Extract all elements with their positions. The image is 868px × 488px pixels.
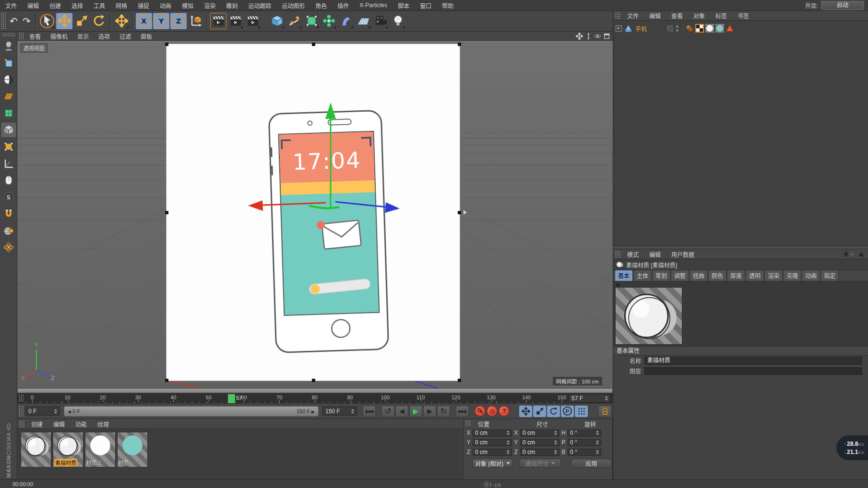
timeline-scrollbar[interactable]: [17, 388, 613, 393]
attribute-tab[interactable]: 基本: [615, 270, 633, 281]
menubar-item[interactable]: 选择: [66, 1, 88, 10]
key-scale-button[interactable]: [533, 406, 546, 417]
object-manager-menu-item[interactable]: 对象: [688, 12, 710, 20]
panel-splitter[interactable]: [613, 245, 868, 249]
attribute-tab[interactable]: 渲染: [764, 270, 783, 281]
object-manager-menu-item[interactable]: 书签: [732, 12, 754, 20]
keyframe-options-button[interactable]: ?: [499, 406, 510, 417]
light-button[interactable]: [390, 13, 406, 29]
play-backwards-button[interactable]: ↺: [381, 406, 394, 417]
render-settings-button[interactable]: [245, 13, 261, 29]
size-y-field[interactable]: 0 cm: [520, 439, 559, 446]
material-menu-item[interactable]: 编辑: [48, 420, 70, 428]
object-name[interactable]: 手机: [635, 24, 647, 33]
subdivision-surface-button[interactable]: [303, 13, 320, 29]
position-y-field[interactable]: 0 cm: [473, 439, 512, 446]
layer-toggle-icon[interactable]: [667, 25, 673, 32]
object-manager-menu-item[interactable]: 文件: [622, 12, 644, 20]
uvw-tag-icon[interactable]: [695, 24, 704, 33]
menubar-item[interactable]: 捕捉: [132, 1, 155, 10]
attribute-menu-item[interactable]: 编辑: [644, 250, 666, 258]
attribute-tab[interactable]: 克隆: [783, 270, 801, 281]
attribute-tab[interactable]: 扭曲: [690, 270, 708, 281]
coordinate-system-button[interactable]: [188, 13, 204, 29]
add-primitive-button[interactable]: [269, 13, 285, 29]
undo-button[interactable]: ↶: [10, 15, 18, 27]
viewport-menu-item[interactable]: 摄像机: [46, 32, 72, 40]
material-tag-teal-icon[interactable]: [715, 24, 724, 33]
material-name[interactable]: 素描材质: [54, 459, 77, 466]
workplane-mode-button[interactable]: [1, 89, 16, 104]
object-mode-button[interactable]: [1, 123, 16, 137]
name-input[interactable]: 素描材质: [644, 357, 862, 365]
pan-view-icon[interactable]: [576, 33, 583, 40]
layer-input[interactable]: [644, 367, 862, 375]
interface-dropdown[interactable]: 启动: [821, 1, 864, 10]
range-start-field[interactable]: 0 F: [25, 407, 60, 416]
material-preview[interactable]: [615, 287, 682, 345]
selection-handle[interactable]: [165, 379, 168, 382]
axis-modification-button[interactable]: [1, 240, 16, 255]
phong-tag-icon[interactable]: [725, 24, 734, 33]
model-mode-button[interactable]: [1, 39, 16, 53]
selection-handle[interactable]: [165, 43, 168, 46]
size-mode-dropdown[interactable]: 绝对尺寸: [520, 459, 560, 468]
menubar-item[interactable]: 运动跟踪: [243, 1, 276, 10]
autokey-button[interactable]: ◎: [487, 406, 498, 417]
position-z-field[interactable]: 0 cm: [473, 449, 512, 456]
transport-grip[interactable]: [19, 406, 24, 417]
maximize-view-icon[interactable]: [603, 33, 610, 40]
material-menu-item[interactable]: 功能: [70, 420, 92, 428]
menubar-item[interactable]: 文件: [0, 1, 22, 10]
rotate-tool-button[interactable]: [91, 13, 107, 29]
menubar-item[interactable]: 编辑: [22, 1, 44, 10]
sketch-style-tag-icon[interactable]: [685, 24, 694, 33]
viewport-menu-item[interactable]: 面板: [136, 32, 157, 40]
viewport-menu-item[interactable]: 过滤: [115, 32, 136, 40]
material-menu-item[interactable]: 创建: [26, 420, 48, 428]
range-end-spinner[interactable]: [351, 409, 354, 414]
perspective-viewport[interactable]: 查看摄像机显示选项过滤面板 透视视图: [17, 32, 613, 388]
solo-mode-button[interactable]: S: [1, 190, 16, 204]
menubar-item[interactable]: 雕刻: [221, 1, 243, 10]
rotation-b-field[interactable]: 0 °: [568, 449, 601, 456]
coordinate-mode-dropdown[interactable]: 对象 (相对): [472, 459, 513, 468]
collapse-arrow-icon[interactable]: [616, 284, 620, 287]
position-x-field[interactable]: 0 cm: [473, 430, 512, 437]
material-name[interactable]: 材质.1: [86, 459, 101, 466]
object-manager[interactable]: 手机: [613, 21, 868, 245]
selection-handle[interactable]: [312, 43, 315, 46]
menubar-item[interactable]: X-Particles: [354, 2, 392, 9]
menubar-item[interactable]: 动画: [155, 1, 177, 10]
range-start-spinner[interactable]: [54, 409, 57, 414]
attribute-tab[interactable]: 指定: [820, 270, 839, 281]
menubar-item[interactable]: 运动图形: [276, 1, 310, 10]
object-manager-menu-item[interactable]: 编辑: [644, 12, 666, 20]
key-parameter-button[interactable]: P: [561, 406, 574, 417]
rotation-p-field[interactable]: 0 °: [568, 439, 601, 446]
object-manager-menu-item[interactable]: 标签: [710, 12, 732, 20]
menubar-item[interactable]: 角色: [310, 1, 332, 10]
parent-object-icon[interactable]: [858, 252, 864, 256]
attribute-tab[interactable]: 动画: [802, 270, 820, 281]
object-row[interactable]: 手机: [613, 23, 868, 34]
history-back-icon[interactable]: [843, 251, 847, 257]
polygons-mode-button[interactable]: [1, 173, 16, 187]
render-view-button[interactable]: [210, 13, 226, 29]
viewport-menu-item[interactable]: 显示: [72, 32, 94, 40]
key-rotation-button[interactable]: [547, 406, 560, 417]
selection-handle[interactable]: [312, 379, 315, 382]
attribute-manager-grip[interactable]: [615, 251, 621, 257]
texture-mode-button[interactable]: [1, 72, 16, 87]
selection-handle[interactable]: [458, 43, 461, 46]
attribute-tab[interactable]: 厚度: [727, 270, 745, 281]
record-keyframe-button[interactable]: [475, 406, 486, 417]
rotation-h-field[interactable]: 0 °: [568, 430, 601, 437]
menubar-item[interactable]: 网格: [110, 1, 132, 10]
camera-button[interactable]: [372, 13, 389, 29]
timeline-range-slider[interactable]: ◀ 0 F 150 F ▶: [64, 406, 319, 417]
make-editable-button[interactable]: [1, 56, 16, 70]
material-name[interactable]: 材质: [119, 459, 129, 466]
material-name[interactable]: 1: [22, 461, 25, 466]
history-forward-icon[interactable]: [851, 251, 855, 257]
